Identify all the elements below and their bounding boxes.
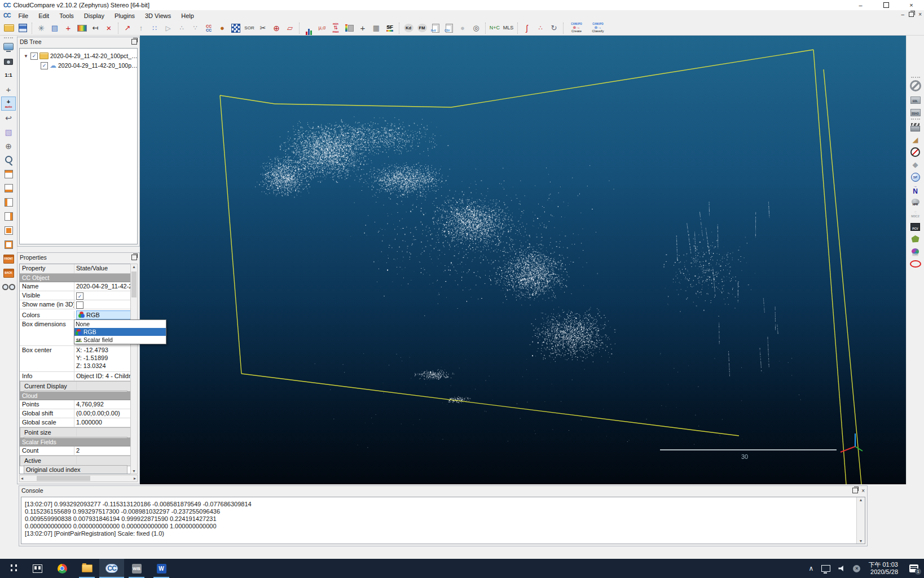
scroll-right-icon[interactable]: ▸: [134, 476, 136, 481]
maximize-button[interactable]: [873, 0, 899, 10]
property-row-global-shift[interactable]: Global shift(0.00;0.00;0.00): [20, 409, 132, 418]
icp-fist[interactable]: ●: [216, 21, 228, 35]
qbroom[interactable]: ◢: [908, 134, 923, 146]
child-minimize-button[interactable]: –: [901, 11, 905, 17]
scroll-thumb[interactable]: [37, 476, 90, 481]
edl-filter[interactable]: EDL: [908, 92, 923, 104]
sf-minmax[interactable]: min⇅max: [329, 21, 342, 35]
clone-entity[interactable]: +: [62, 21, 74, 35]
menu-item-file[interactable]: File: [13, 11, 33, 20]
wb-app[interactable]: WB: [124, 559, 149, 578]
apply-transformation[interactable]: ↤: [89, 21, 102, 35]
sf-colorscale[interactable]: [343, 21, 355, 35]
properties-hscrollbar[interactable]: ◂ ▸: [19, 475, 138, 482]
ssao-filter[interactable]: SSAO: [908, 104, 923, 116]
property-row-points[interactable]: Points4,760,992: [20, 400, 132, 409]
display-wheel[interactable]: ✳: [35, 21, 47, 35]
sf-calculator[interactable]: ▦: [370, 21, 382, 35]
mls-smoothing[interactable]: MLS: [502, 21, 514, 35]
no-filter[interactable]: [908, 80, 923, 91]
properties-header[interactable]: Properties: [17, 253, 139, 262]
align-point-pairs[interactable]: ↗: [121, 21, 134, 35]
classify-dots[interactable]: ∴: [534, 21, 547, 35]
sf-tools[interactable]: SF: [384, 21, 396, 35]
qcompass[interactable]: [908, 146, 923, 158]
cloudcompare-app[interactable]: CC: [99, 559, 124, 578]
menu-item-edit[interactable]: Edit: [33, 11, 54, 20]
mesh-scalar-rainbow[interactable]: [76, 21, 88, 35]
sf-gaussian[interactable]: μ,σ: [316, 21, 328, 35]
scroll-down-icon[interactable]: ▾: [133, 468, 135, 474]
property-row-name[interactable]: Name2020-04-29_11-42-20: [20, 282, 132, 291]
taskbar-clock[interactable]: 下午 01:03 2020/5/28: [868, 561, 898, 576]
open-file[interactable]: [3, 21, 15, 35]
qpcv[interactable]: [908, 221, 923, 233]
close-button[interactable]: ×: [899, 0, 924, 10]
float-panel-icon[interactable]: [852, 488, 858, 493]
db-tree-header[interactable]: DB Tree: [17, 37, 139, 46]
scroll-down-icon[interactable]: ▾: [860, 538, 862, 544]
minimize-button[interactable]: –: [848, 0, 873, 10]
qsra[interactable]: [908, 171, 923, 183]
property-row-global-scale[interactable]: Global scale1.000000: [20, 418, 132, 427]
property-row-point-size[interactable]: Point sizeDefault: [20, 427, 131, 438]
zoom-magnifier[interactable]: [1, 153, 16, 167]
toolbar-grip[interactable]: [911, 77, 920, 78]
close-panel-icon[interactable]: ×: [861, 488, 865, 494]
action-center-icon[interactable]: 1: [909, 564, 918, 572]
file-pov[interactable]: PoV: [429, 21, 442, 35]
float-panel-icon[interactable]: [131, 255, 137, 260]
sor-filter[interactable]: SOR: [243, 21, 256, 35]
register-dots[interactable]: ∷: [148, 21, 161, 35]
point-picking[interactable]: ↑: [135, 21, 147, 35]
root-label[interactable]: 2020-04-29_11-42-20_100pct_…: [50, 52, 137, 59]
start-button[interactable]: [0, 559, 25, 578]
menu-item-help[interactable]: Help: [176, 11, 199, 20]
cloud-checkbox[interactable]: ✓: [41, 62, 48, 69]
file-explorer-app[interactable]: [74, 559, 99, 578]
fm-octree[interactable]: FM: [416, 21, 428, 35]
qnormals[interactable]: →N: [908, 183, 923, 195]
scroll-left-icon[interactable]: ◂: [21, 476, 23, 481]
console-header[interactable]: Console ×: [19, 486, 867, 495]
rotate-entity[interactable]: ↻: [548, 21, 560, 35]
view-iso-back-face[interactable]: [1, 238, 16, 252]
property-row-box-center[interactable]: Box centerX: -12.4793Y: -1.51899Z: 13.03…: [20, 346, 132, 372]
save-file[interactable]: [16, 21, 29, 35]
full-screen-3d[interactable]: [1, 40, 16, 54]
console-log[interactable]: [13:02:07] 0.993292093277 -0.11531312018…: [21, 497, 865, 544]
chrome-app[interactable]: [50, 559, 74, 578]
property-row-current-display[interactable]: Current Display3D View 1: [20, 381, 131, 392]
menu-item-plugins[interactable]: Plugins: [109, 11, 140, 20]
sensor-globe[interactable]: ◎: [470, 21, 482, 35]
screenshot-camera[interactable]: [1, 54, 16, 68]
property-row-count[interactable]: Count2: [20, 446, 132, 456]
curvature-curve[interactable]: ʃ: [521, 21, 533, 35]
view-iso-left[interactable]: [1, 195, 16, 209]
property-row-colors[interactable]: ColorsRGB: [20, 309, 132, 320]
view-iso-right[interactable]: [1, 209, 16, 224]
child-restore-button[interactable]: [909, 12, 914, 17]
qhpr[interactable]: HPR: [908, 196, 923, 208]
menu-item-3d-views[interactable]: 3D Views: [140, 11, 176, 20]
3d-viewport[interactable]: 30: [140, 36, 906, 484]
root-checkbox[interactable]: ✓: [30, 52, 38, 60]
dropdown-option-rgb[interactable]: RGB: [74, 328, 166, 336]
qm3c2[interactable]: ⁖M3C2: [908, 208, 923, 220]
translate-rotate[interactable]: ⊕: [270, 21, 283, 35]
property-row-show-name-in-3d-[interactable]: Show name (in 3D): [20, 300, 132, 309]
sf-histogram[interactable]: [302, 21, 315, 35]
view-back[interactable]: BACK: [1, 266, 16, 280]
cc-registration[interactable]: CCCC: [203, 21, 215, 35]
tray-status-icon[interactable]: ×: [853, 565, 860, 572]
qpoisson[interactable]: [908, 233, 923, 245]
set-pivot[interactable]: +: [1, 82, 16, 97]
view-front[interactable]: FRONT: [1, 252, 16, 266]
auto-pivot[interactable]: +auto: [1, 97, 16, 111]
scroll-thumb[interactable]: [131, 272, 137, 297]
gray-sphere[interactable]: ●: [456, 21, 469, 35]
pan-mode[interactable]: ⊕: [1, 139, 16, 153]
stereo-views[interactable]: [1, 280, 16, 294]
sample-dots-a[interactable]: ∴: [175, 21, 188, 35]
view-iso-bottom[interactable]: [1, 181, 16, 195]
